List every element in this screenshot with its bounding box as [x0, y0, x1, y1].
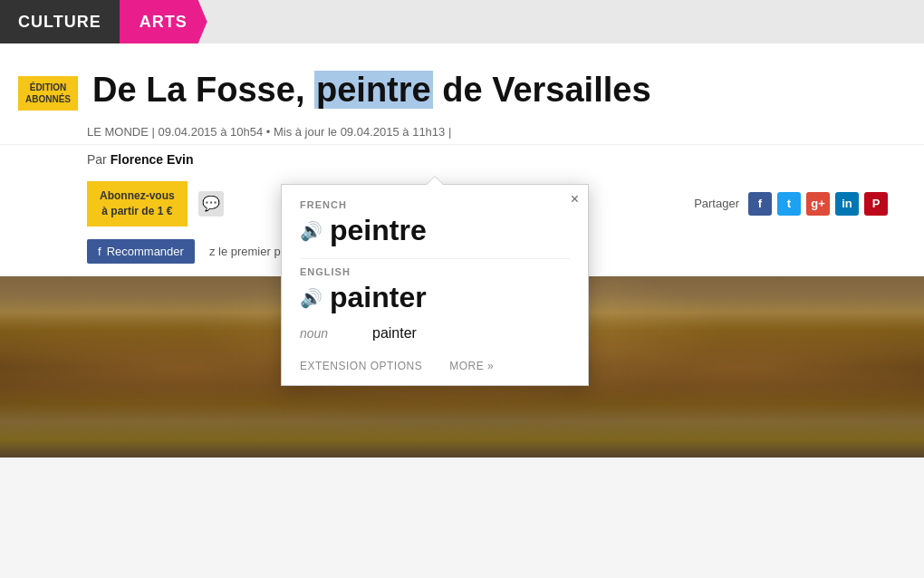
title-before: De La Fosse,: [92, 71, 314, 109]
popup-translation-row: noun painter: [300, 325, 570, 342]
popup-close-button[interactable]: ×: [571, 192, 579, 207]
source-word-text: peintre: [330, 214, 427, 247]
subscribe-line1: Abonnez-vous: [100, 188, 175, 204]
popup-pos: noun: [300, 326, 354, 341]
popup-source-lang: FRENCH: [300, 199, 570, 210]
edition-badge: ÉDITION ABONNÉS: [18, 76, 78, 111]
article-header: ÉDITION ABONNÉS De La Fosse, peintre de …: [0, 62, 924, 120]
recommend-button[interactable]: f Recommander: [87, 239, 195, 264]
title-after: de Versailles: [433, 71, 651, 109]
popup-pos-translation: painter: [372, 325, 417, 342]
popup-source-word: 🔊 peintre: [300, 214, 570, 247]
comment-icon[interactable]: 💬: [198, 191, 224, 217]
subscribe-button[interactable]: Abonnez-vous à partir de 1 €: [87, 181, 188, 226]
linkedin-share-icon[interactable]: in: [835, 192, 859, 216]
target-sound-icon[interactable]: 🔊: [300, 287, 322, 309]
share-label: Partager: [694, 197, 739, 210]
twitter-share-icon[interactable]: t: [777, 192, 801, 216]
popup-arrow: [426, 176, 444, 185]
popup-more-button[interactable]: MORE »: [449, 360, 494, 372]
article-meta: LE MONDE | 09.04.2015 à 10h54 • Mis à jo…: [0, 120, 924, 145]
popup-target-word: 🔊 painter: [300, 281, 570, 314]
source-sound-icon[interactable]: 🔊: [300, 220, 322, 242]
subscribe-line2: à partir de 1 €: [100, 204, 175, 219]
nav-culture[interactable]: CULTURE: [0, 0, 120, 43]
author-name: Florence Evin: [111, 152, 194, 167]
popup-divider: [300, 258, 570, 259]
popup-extension-options[interactable]: EXTENSION OPTIONS: [300, 360, 422, 372]
facebook-share-icon[interactable]: f: [748, 192, 772, 216]
target-word-text: painter: [330, 281, 427, 314]
main-content: ÉDITION ABONNÉS De La Fosse, peintre de …: [0, 43, 924, 458]
author-prefix: Par: [87, 152, 111, 167]
recommend-label: Recommander: [107, 245, 184, 258]
fb-icon-small: f: [98, 245, 101, 258]
share-section: Partager f t g+ in P: [694, 192, 906, 216]
edition-line1: ÉDITION: [25, 82, 71, 93]
popup-target-lang: ENGLISH: [300, 266, 570, 277]
googleplus-share-icon[interactable]: g+: [806, 192, 830, 216]
article-title: De La Fosse, peintre de Versailles: [92, 71, 906, 111]
title-highlighted: peintre: [314, 71, 433, 109]
translation-popup: × FRENCH 🔊 peintre ENGLISH 🔊 painter nou…: [281, 184, 589, 386]
nav-arts[interactable]: ARTS: [120, 0, 207, 43]
pinterest-share-icon[interactable]: P: [864, 192, 888, 216]
nav-bar: CULTURE ARTS: [0, 0, 924, 43]
edition-line2: ABONNÉS: [25, 93, 71, 105]
popup-arrow-inner: [427, 177, 443, 185]
author-line: Par Florence Evin: [0, 145, 924, 174]
popup-footer: EXTENSION OPTIONS MORE »: [300, 360, 570, 372]
